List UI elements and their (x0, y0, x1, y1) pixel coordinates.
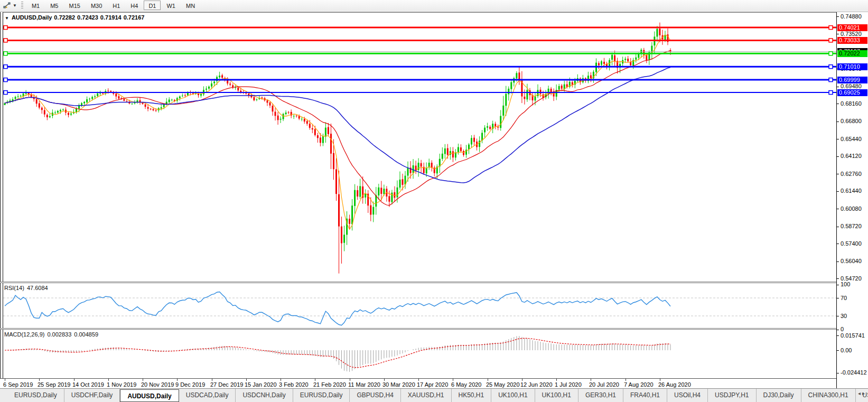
x-axis-date-label: 17 Apr 2020 (417, 381, 448, 388)
tab-scroll-left-icon[interactable]: ◂ (858, 390, 862, 396)
tab-dj30-daily-15[interactable]: DJ30,Daily (757, 389, 801, 402)
candle-body (206, 89, 207, 90)
y-axis-tick-label: 0.61440 (841, 188, 862, 194)
timeframe-button-m15[interactable]: M15 (64, 1, 85, 10)
candle-body (267, 100, 268, 102)
line-handle[interactable] (829, 65, 833, 69)
candle-body (413, 165, 414, 173)
candle-body (62, 109, 64, 110)
tab-uk100-h1-10[interactable]: UK100,H1 (535, 389, 578, 402)
tab-scroll-right-icon[interactable]: ▸ (862, 390, 866, 396)
tab-audusd-daily-2[interactable]: AUDUSD,Daily (120, 389, 179, 402)
pane-splitter[interactable] (0, 328, 868, 330)
x-axis-tick (418, 379, 419, 381)
x-axis-tick (246, 379, 247, 381)
date-axis[interactable]: 6 Sep 201925 Sep 201914 Oct 20191 Nov 20… (0, 379, 836, 388)
timeframe-button-h1[interactable]: H1 (108, 1, 125, 10)
tab-usdcad-daily-3[interactable]: USDCAD,Daily (179, 389, 236, 402)
candle-body (57, 111, 59, 113)
rsi-line (5, 292, 670, 325)
tab-usdchf-daily-1[interactable]: USDCHF,Daily (64, 389, 120, 402)
tab-usoil-h4-13[interactable]: USOil,H4 (667, 389, 708, 402)
candle-body (598, 63, 600, 66)
candle-body (659, 29, 660, 35)
candle-body (39, 104, 40, 108)
line-handle[interactable] (829, 91, 833, 95)
ohlc-open: 0.72282 (54, 14, 75, 21)
tab-hk50-h1-8[interactable]: HK50,H1 (452, 389, 492, 402)
x-axis-tick (5, 379, 5, 381)
x-axis-tick (384, 379, 385, 381)
line-handle[interactable] (829, 39, 833, 42)
timeframe-button-h4[interactable]: H4 (126, 1, 143, 10)
x-axis-tick (108, 379, 109, 381)
pane-splitter[interactable] (0, 282, 868, 283)
candle-body (277, 116, 279, 120)
candle-body (208, 87, 210, 89)
timeframe-button-mn[interactable]: MN (181, 1, 200, 10)
timeframe-toolbar: ▼ M1M5M15M30H1H4D1W1MN (0, 0, 868, 11)
candle-body (510, 82, 512, 89)
line-handle[interactable] (829, 52, 833, 55)
hline-price-label-0.73033: 0.73033 (837, 37, 867, 44)
macd-axis-label: 0.015741 (841, 332, 865, 339)
line-handle[interactable] (4, 91, 7, 95)
candle-body (524, 97, 525, 99)
moving-average-5 (5, 35, 670, 229)
candle-body (132, 104, 133, 104)
x-axis-tick (177, 379, 178, 381)
tab-china300-h1-16[interactable]: CHINA300,H1 (801, 389, 856, 402)
candle-body (333, 153, 334, 170)
candle-body (601, 61, 602, 64)
tab-xauusd-h1-7[interactable]: XAUUSD,H1 (401, 389, 452, 402)
tab-usdcnh-daily-4[interactable]: USDCNH,Daily (236, 389, 293, 402)
chart-menu-arrow[interactable]: ▼ (5, 16, 9, 21)
y-axis-tick (837, 261, 839, 262)
x-axis-tick (39, 379, 40, 381)
y-axis-tick-label: 0.58720 (841, 223, 862, 230)
price-axis[interactable]: 0.748800.735200.708400.694800.681600.668… (836, 12, 868, 388)
macd-indicator-pane[interactable] (0, 330, 836, 378)
tab-gbpusd-h4-6[interactable]: GBPUSD,H4 (350, 389, 400, 402)
candle-body (380, 188, 382, 194)
candle-body (378, 188, 379, 195)
line-handle[interactable] (4, 39, 7, 42)
timeframe-button-m5[interactable]: M5 (45, 1, 63, 10)
candle-body (359, 186, 361, 197)
candle-body (561, 86, 563, 89)
candle-body (349, 219, 350, 224)
tab-usdjpy-h1-14[interactable]: USDJPY,H1 (708, 389, 756, 402)
candle-body (17, 96, 19, 97)
candle-body (354, 190, 356, 206)
line-handle[interactable] (829, 26, 833, 30)
x-axis-date-label: 11 Mar 2020 (348, 381, 380, 388)
timeframe-button-d1[interactable]: D1 (144, 1, 161, 10)
candle-body (68, 113, 69, 115)
line-handle[interactable] (829, 78, 833, 82)
candle-body (399, 180, 401, 188)
candle-body (516, 73, 517, 78)
line-handle[interactable] (4, 78, 7, 82)
timeframe-button-w1[interactable]: W1 (162, 1, 180, 10)
candle-body (83, 102, 85, 104)
candle-body (275, 112, 276, 116)
tab-uk100-h1-9[interactable]: UK100,H1 (491, 389, 535, 402)
x-axis-date-label: 30 Mar 2020 (382, 381, 415, 388)
timeframe-button-m30[interactable]: M30 (86, 1, 107, 10)
tab-eurusd-daily-5[interactable]: EURUSD,Daily (293, 389, 350, 402)
candle-body (283, 114, 284, 119)
timeframe-button-m1[interactable]: M1 (27, 1, 44, 10)
moving-average-20 (5, 51, 670, 205)
line-handle[interactable] (4, 52, 7, 55)
tab-ger30-h1-11[interactable]: GER30,H1 (578, 389, 623, 402)
x-axis-tick (453, 379, 453, 381)
rsi-indicator-pane[interactable] (0, 283, 836, 330)
line-studies-button[interactable]: ▼ (1, 1, 19, 10)
candle-body (97, 94, 98, 96)
main-price-chart[interactable] (0, 12, 836, 282)
line-handle[interactable] (4, 26, 7, 30)
tab-fra40-h1-12[interactable]: FRA40,H1 (623, 389, 667, 402)
macd-axis-tick (837, 335, 839, 336)
line-handle[interactable] (4, 65, 7, 69)
tab-eurusd-daily-0[interactable]: EURUSD,Daily (7, 389, 64, 402)
